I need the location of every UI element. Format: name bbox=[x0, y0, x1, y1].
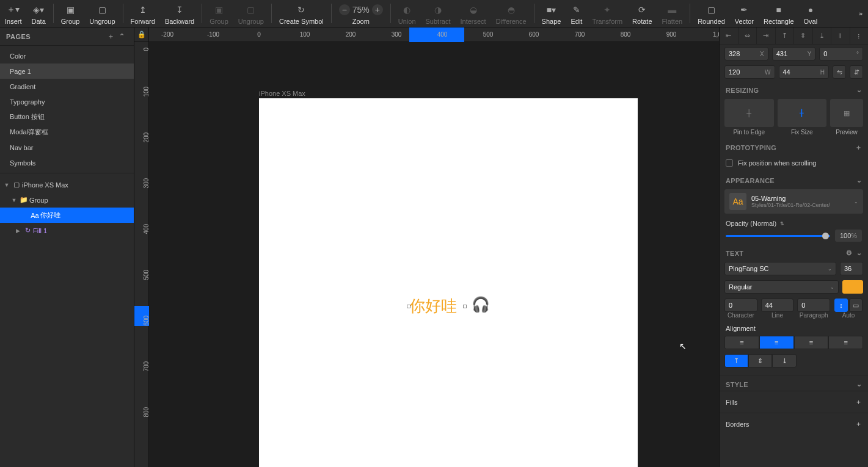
oval-tool[interactable]: ●Oval bbox=[799, 0, 823, 27]
ruler-tick: 1,0 bbox=[713, 31, 719, 38]
page-item-button[interactable]: Button 按钮 bbox=[0, 109, 134, 125]
chevron-down-icon[interactable]: ⌄ bbox=[856, 249, 862, 257]
ruler-tick: 900 bbox=[666, 31, 677, 38]
distribute-h-icon[interactable]: ⫴ bbox=[831, 27, 850, 44]
text-valign-middle[interactable]: ⇕ bbox=[748, 354, 772, 367]
layer-group[interactable]: ▼📁 Group bbox=[0, 192, 134, 208]
borders-section[interactable]: Borders＋ bbox=[720, 413, 868, 435]
align-bottom-icon[interactable]: ⤓ bbox=[812, 27, 831, 44]
page-item-symbols[interactable]: Symbols bbox=[0, 155, 134, 170]
rounded-tool[interactable]: ▢Rounded bbox=[693, 0, 730, 27]
page-item-navbar[interactable]: Nav bar bbox=[0, 140, 134, 155]
add-page-icon[interactable]: ＋ bbox=[106, 32, 117, 41]
zoom-out-button[interactable]: − bbox=[339, 4, 350, 15]
insert-tool[interactable]: ＋▾Insert bbox=[0, 0, 27, 27]
text-valign-bottom[interactable]: ⤓ bbox=[772, 354, 796, 367]
vector-tool[interactable]: ✒Vector bbox=[730, 0, 759, 27]
fills-section[interactable]: Fills＋ bbox=[720, 391, 868, 413]
resize-handle-right[interactable] bbox=[463, 305, 467, 308]
text-align-justify[interactable]: ≡ bbox=[828, 336, 863, 349]
width-input[interactable]: 120W bbox=[724, 65, 775, 79]
page-item-color[interactable]: Color bbox=[0, 48, 134, 63]
add-prototype-icon[interactable]: ＋ bbox=[855, 143, 862, 152]
rectangle-tool[interactable]: ■Rectangle bbox=[759, 0, 799, 27]
line-input[interactable]: 44 bbox=[761, 299, 794, 312]
shape-tool[interactable]: ■▾Shape bbox=[537, 0, 566, 27]
add-border-icon[interactable]: ＋ bbox=[855, 419, 862, 429]
canvas-headphone-icon[interactable]: 🎧 bbox=[472, 296, 490, 313]
page-item-gradient[interactable]: Gradient bbox=[0, 79, 134, 94]
font-family-dropdown[interactable]: PingFang SC⌄ bbox=[724, 262, 836, 275]
fix-size-control[interactable]: ╂Fix Size bbox=[778, 99, 827, 136]
zoom-in-button[interactable]: + bbox=[372, 4, 383, 15]
height-input[interactable]: 44H bbox=[779, 65, 830, 79]
layer-artboard[interactable]: ▼▢ iPhone XS Max bbox=[0, 177, 134, 192]
align-hcenter-icon[interactable]: ⇔ bbox=[738, 27, 757, 44]
opacity-slider[interactable]: 100% bbox=[720, 227, 868, 244]
ungroup2-tool[interactable]: ▢Ungroup bbox=[233, 0, 269, 27]
chevron-down-icon[interactable]: ⌄ bbox=[856, 86, 862, 94]
text-align-center[interactable]: ≡ bbox=[759, 336, 794, 349]
pin-to-edge-control[interactable]: ┼Pin to Edge bbox=[724, 99, 774, 136]
transform-tool[interactable]: ✦Transform bbox=[587, 0, 627, 27]
text-color-chip[interactable] bbox=[842, 280, 863, 294]
group2-tool[interactable]: ▣Group bbox=[205, 0, 233, 27]
ruler-horizontal[interactable]: -200-10001002003004005006007008009001,0 bbox=[149, 27, 719, 42]
artboard-label[interactable]: iPhone XS Max bbox=[259, 90, 305, 97]
paragraph-input[interactable]: 0 bbox=[797, 299, 830, 312]
align-left-icon[interactable]: ⇤ bbox=[720, 27, 738, 44]
fixed-size-icon[interactable]: ▭ bbox=[849, 299, 863, 312]
ungroup-tool[interactable]: ▢Ungroup bbox=[84, 0, 120, 27]
layer-fill[interactable]: ▶↻ Fill 1 bbox=[0, 223, 134, 238]
x-input[interactable]: 328X bbox=[724, 47, 768, 60]
text-align-right[interactable]: ≡ bbox=[794, 336, 829, 349]
page-item-modal[interactable]: Modal弹窗框 bbox=[0, 125, 134, 140]
rotation-input[interactable]: 0° bbox=[819, 47, 863, 60]
zoom-tool[interactable]: − 75% + Zoom bbox=[334, 0, 388, 27]
difference-tool[interactable]: ◓Difference bbox=[491, 0, 531, 27]
resize-handle-left[interactable] bbox=[407, 305, 410, 308]
font-weight-dropdown[interactable]: Regular⌄ bbox=[724, 280, 839, 294]
collapse-icon[interactable]: ⌃ bbox=[117, 32, 128, 40]
canvas[interactable]: iPhone XS Max 你好哇 🎧 ↖ bbox=[149, 42, 719, 467]
fix-scroll-checkbox[interactable]: Fix position when scrolling bbox=[720, 154, 868, 172]
ruler-corner[interactable]: 🔒 bbox=[134, 27, 149, 42]
backward-tool[interactable]: ↧Backward bbox=[160, 0, 199, 27]
page-item-page1[interactable]: Page 1 bbox=[0, 63, 134, 79]
text-valign-top[interactable]: ⤒ bbox=[724, 354, 748, 367]
flip-h-icon[interactable]: ⇋ bbox=[833, 65, 846, 79]
y-input[interactable]: 431Y bbox=[772, 47, 816, 60]
flip-v-icon[interactable]: ⇵ bbox=[850, 65, 863, 79]
add-fill-icon[interactable]: ＋ bbox=[855, 397, 862, 407]
group-tool[interactable]: ▣Group bbox=[56, 0, 85, 27]
data-tool[interactable]: ◈▾Data bbox=[27, 0, 51, 27]
text-style-picker[interactable]: Aa 05-Warning Styles/01-Title/01-Re/02-C… bbox=[724, 189, 863, 214]
flatten-tool[interactable]: ▬Flatten bbox=[657, 0, 688, 27]
font-size-input[interactable]: 36 bbox=[840, 262, 863, 275]
layer-text[interactable]: Aa 你好哇 bbox=[0, 208, 134, 223]
align-vcenter-icon[interactable]: ⇕ bbox=[793, 27, 812, 44]
page-item-typography[interactable]: Typography bbox=[0, 94, 134, 109]
rotate-tool[interactable]: ⟳Rotate bbox=[627, 0, 657, 27]
character-input[interactable]: 0 bbox=[724, 299, 757, 312]
chevron-down-icon[interactable]: ⌄ bbox=[856, 380, 862, 388]
distribute-v-icon[interactable]: ⫶ bbox=[850, 27, 869, 44]
artboard[interactable] bbox=[259, 98, 638, 467]
chevron-down-icon[interactable]: ⌄ bbox=[856, 176, 862, 184]
align-top-icon[interactable]: ⤒ bbox=[775, 27, 794, 44]
text-align-left[interactable]: ≡ bbox=[724, 336, 759, 349]
opacity-stepper-icon[interactable]: ⇅ bbox=[780, 221, 784, 226]
create-symbol-tool[interactable]: ↻Create Symbol bbox=[274, 0, 329, 27]
auto-width-icon[interactable]: ↕ bbox=[834, 299, 848, 312]
subtract-tool[interactable]: ◑Subtract bbox=[421, 0, 456, 27]
edit-tool[interactable]: ✎Edit bbox=[566, 0, 587, 27]
forward-tool[interactable]: ↥Forward bbox=[126, 0, 160, 27]
ruler-vertical[interactable]: 0100200300400500600700800 bbox=[134, 42, 149, 467]
union-tool[interactable]: ◐Union bbox=[393, 0, 421, 27]
intersect-tool[interactable]: ◒Intersect bbox=[455, 0, 491, 27]
align-right-icon[interactable]: ⇥ bbox=[756, 27, 775, 44]
toolbar-more-icon[interactable]: » bbox=[853, 0, 868, 27]
canvas-text-object[interactable]: 你好哇 bbox=[409, 295, 464, 317]
preview-control[interactable]: ▦Preview bbox=[830, 99, 863, 136]
gear-icon[interactable]: ⚙ bbox=[846, 249, 852, 257]
